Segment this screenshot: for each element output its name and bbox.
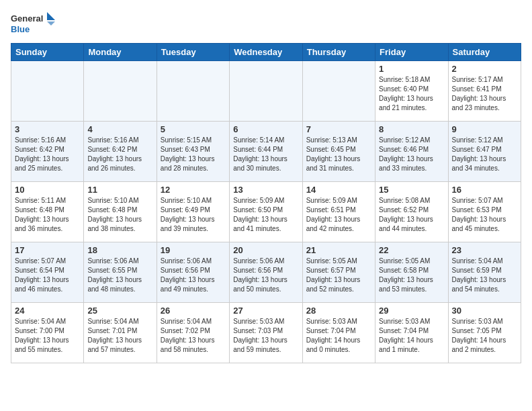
day-number: 7 — [306, 124, 371, 134]
calendar-cell: 6Sunrise: 5:14 AM Sunset: 6:44 PM Daylig… — [230, 122, 302, 182]
calendar-cell: 19Sunrise: 5:06 AM Sunset: 6:56 PM Dayli… — [157, 242, 229, 303]
day-info: Sunrise: 5:09 AM Sunset: 6:51 PM Dayligh… — [306, 196, 371, 234]
calendar-cell: 29Sunrise: 5:03 AM Sunset: 7:04 PM Dayli… — [375, 303, 448, 363]
day-number: 8 — [379, 124, 444, 134]
day-number: 14 — [306, 185, 371, 195]
day-info: Sunrise: 5:07 AM Sunset: 6:53 PM Dayligh… — [452, 196, 517, 234]
day-info: Sunrise: 5:08 AM Sunset: 6:52 PM Dayligh… — [379, 196, 444, 234]
day-number: 4 — [87, 124, 152, 134]
day-number: 21 — [306, 245, 371, 255]
calendar-cell: 16Sunrise: 5:07 AM Sunset: 6:53 PM Dayli… — [448, 182, 521, 242]
calendar-cell: 13Sunrise: 5:09 AM Sunset: 6:50 PM Dayli… — [230, 182, 302, 242]
calendar-cell: 25Sunrise: 5:04 AM Sunset: 7:01 PM Dayli… — [84, 303, 157, 363]
day-number: 24 — [15, 306, 80, 316]
day-number: 10 — [15, 185, 80, 195]
day-info: Sunrise: 5:04 AM Sunset: 7:00 PM Dayligh… — [15, 317, 80, 355]
day-info: Sunrise: 5:03 AM Sunset: 7:04 PM Dayligh… — [306, 317, 371, 355]
svg-marker-2 — [47, 12, 55, 20]
day-info: Sunrise: 5:07 AM Sunset: 6:54 PM Dayligh… — [15, 257, 80, 294]
calendar-cell — [11, 61, 84, 122]
day-number: 2 — [452, 64, 517, 74]
day-number: 3 — [15, 124, 80, 134]
logo: General Blue — [11, 11, 58, 38]
calendar-cell: 15Sunrise: 5:08 AM Sunset: 6:52 PM Dayli… — [375, 182, 448, 242]
day-number: 11 — [87, 185, 152, 195]
calendar-cell: 5Sunrise: 5:15 AM Sunset: 6:43 PM Daylig… — [157, 122, 229, 182]
calendar-cell: 1Sunrise: 5:18 AM Sunset: 6:40 PM Daylig… — [375, 61, 448, 122]
calendar-cell: 20Sunrise: 5:06 AM Sunset: 6:56 PM Dayli… — [230, 242, 302, 303]
day-info: Sunrise: 5:10 AM Sunset: 6:48 PM Dayligh… — [87, 196, 152, 234]
day-of-week-header: Wednesday — [230, 44, 302, 61]
calendar-cell — [157, 61, 229, 122]
day-number: 19 — [161, 245, 226, 255]
day-info: Sunrise: 5:12 AM Sunset: 6:47 PM Dayligh… — [452, 136, 517, 173]
calendar-cell: 11Sunrise: 5:10 AM Sunset: 6:48 PM Dayli… — [84, 182, 157, 242]
day-info: Sunrise: 5:11 AM Sunset: 6:48 PM Dayligh… — [15, 196, 80, 234]
calendar-cell: 22Sunrise: 5:05 AM Sunset: 6:58 PM Dayli… — [375, 242, 448, 303]
day-number: 15 — [379, 185, 444, 195]
calendar-cell — [302, 61, 375, 122]
calendar-cell: 27Sunrise: 5:03 AM Sunset: 7:03 PM Dayli… — [230, 303, 302, 363]
day-info: Sunrise: 5:05 AM Sunset: 6:58 PM Dayligh… — [379, 257, 444, 294]
calendar-cell: 12Sunrise: 5:10 AM Sunset: 6:49 PM Dayli… — [157, 182, 229, 242]
calendar-cell: 9Sunrise: 5:12 AM Sunset: 6:47 PM Daylig… — [448, 122, 521, 182]
day-number: 16 — [452, 185, 517, 195]
week-row: 17Sunrise: 5:07 AM Sunset: 6:54 PM Dayli… — [11, 242, 521, 303]
day-info: Sunrise: 5:09 AM Sunset: 6:50 PM Dayligh… — [233, 196, 298, 234]
day-of-week-header: Tuesday — [157, 44, 229, 61]
week-row: 1Sunrise: 5:18 AM Sunset: 6:40 PM Daylig… — [11, 61, 521, 122]
calendar-cell: 17Sunrise: 5:07 AM Sunset: 6:54 PM Dayli… — [11, 242, 84, 303]
day-info: Sunrise: 5:06 AM Sunset: 6:56 PM Dayligh… — [161, 257, 226, 294]
page-header: General Blue — [11, 11, 521, 38]
day-info: Sunrise: 5:16 AM Sunset: 6:42 PM Dayligh… — [87, 136, 152, 173]
day-info: Sunrise: 5:04 AM Sunset: 7:01 PM Dayligh… — [87, 317, 152, 355]
day-number: 9 — [452, 124, 517, 134]
calendar-cell: 23Sunrise: 5:04 AM Sunset: 6:59 PM Dayli… — [448, 242, 521, 303]
svg-text:General: General — [11, 13, 43, 24]
calendar-cell: 28Sunrise: 5:03 AM Sunset: 7:04 PM Dayli… — [302, 303, 375, 363]
day-number: 20 — [233, 245, 298, 255]
day-number: 26 — [161, 306, 226, 316]
day-info: Sunrise: 5:06 AM Sunset: 6:56 PM Dayligh… — [233, 257, 298, 294]
calendar-cell: 10Sunrise: 5:11 AM Sunset: 6:48 PM Dayli… — [11, 182, 84, 242]
calendar-cell: 30Sunrise: 5:03 AM Sunset: 7:05 PM Dayli… — [448, 303, 521, 363]
week-row: 24Sunrise: 5:04 AM Sunset: 7:00 PM Dayli… — [11, 303, 521, 363]
calendar-cell: 18Sunrise: 5:06 AM Sunset: 6:55 PM Dayli… — [84, 242, 157, 303]
day-info: Sunrise: 5:12 AM Sunset: 6:46 PM Dayligh… — [379, 136, 444, 173]
day-of-week-header: Monday — [84, 44, 157, 61]
day-info: Sunrise: 5:04 AM Sunset: 7:02 PM Dayligh… — [161, 317, 226, 355]
day-info: Sunrise: 5:13 AM Sunset: 6:45 PM Dayligh… — [306, 136, 371, 173]
logo-svg: General Blue — [11, 11, 58, 38]
week-row: 10Sunrise: 5:11 AM Sunset: 6:48 PM Dayli… — [11, 182, 521, 242]
day-number: 22 — [379, 245, 444, 255]
day-info: Sunrise: 5:03 AM Sunset: 7:05 PM Dayligh… — [452, 317, 517, 355]
day-number: 28 — [306, 306, 371, 316]
week-row: 3Sunrise: 5:16 AM Sunset: 6:42 PM Daylig… — [11, 122, 521, 182]
calendar-cell: 8Sunrise: 5:12 AM Sunset: 6:46 PM Daylig… — [375, 122, 448, 182]
day-number: 1 — [379, 64, 444, 74]
day-number: 30 — [452, 306, 517, 316]
calendar-header-row: SundayMondayTuesdayWednesdayThursdayFrid… — [11, 44, 521, 61]
day-number: 18 — [87, 245, 152, 255]
calendar-cell: 26Sunrise: 5:04 AM Sunset: 7:02 PM Dayli… — [157, 303, 229, 363]
calendar-cell — [230, 61, 302, 122]
svg-marker-3 — [47, 21, 55, 26]
day-info: Sunrise: 5:03 AM Sunset: 7:03 PM Dayligh… — [233, 317, 298, 355]
calendar-cell: 7Sunrise: 5:13 AM Sunset: 6:45 PM Daylig… — [302, 122, 375, 182]
day-number: 23 — [452, 245, 517, 255]
day-of-week-header: Thursday — [302, 44, 375, 61]
day-info: Sunrise: 5:14 AM Sunset: 6:44 PM Dayligh… — [233, 136, 298, 173]
day-of-week-header: Saturday — [448, 44, 521, 61]
day-of-week-header: Sunday — [11, 44, 84, 61]
day-info: Sunrise: 5:06 AM Sunset: 6:55 PM Dayligh… — [87, 257, 152, 294]
day-number: 13 — [233, 185, 298, 195]
calendar-cell: 3Sunrise: 5:16 AM Sunset: 6:42 PM Daylig… — [11, 122, 84, 182]
calendar-cell: 4Sunrise: 5:16 AM Sunset: 6:42 PM Daylig… — [84, 122, 157, 182]
calendar-cell — [84, 61, 157, 122]
day-number: 17 — [15, 245, 80, 255]
day-info: Sunrise: 5:17 AM Sunset: 6:41 PM Dayligh… — [452, 75, 517, 113]
day-info: Sunrise: 5:04 AM Sunset: 6:59 PM Dayligh… — [452, 257, 517, 294]
day-info: Sunrise: 5:15 AM Sunset: 6:43 PM Dayligh… — [161, 136, 226, 173]
calendar-cell: 21Sunrise: 5:05 AM Sunset: 6:57 PM Dayli… — [302, 242, 375, 303]
day-info: Sunrise: 5:18 AM Sunset: 6:40 PM Dayligh… — [379, 75, 444, 113]
